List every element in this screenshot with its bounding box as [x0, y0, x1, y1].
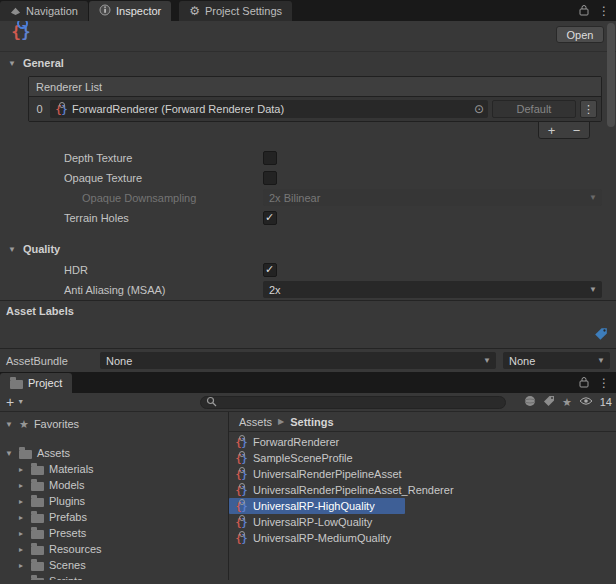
terrain-holes-row: Terrain Holes	[0, 208, 616, 228]
search-by-label-icon[interactable]	[543, 395, 555, 409]
asset-bundle-variant-dropdown[interactable]: None ▼	[503, 352, 610, 369]
tree-item-prefabs[interactable]: ▸ Prefabs	[0, 509, 228, 525]
opaque-downsampling-dropdown: 2x Bilinear ▼	[263, 189, 602, 206]
folder-icon	[31, 530, 44, 539]
gear-icon: ⚙	[189, 5, 200, 17]
terrain-holes-checkbox[interactable]	[263, 211, 277, 225]
save-search-star-icon[interactable]: ★	[562, 397, 572, 408]
tab-project[interactable]: Project	[0, 373, 72, 393]
breadcrumb-assets[interactable]: Assets	[239, 416, 272, 428]
foldout-arrow-icon: ▼	[4, 449, 14, 458]
chevron-down-icon: ▼	[17, 394, 24, 410]
search-by-type-icon[interactable]	[524, 395, 536, 409]
project-file-row[interactable]: {} UniversalRP-HighQuality	[229, 498, 405, 514]
project-file-row[interactable]: {} SampleSceneProfile	[229, 450, 383, 466]
file-label: UniversalRP-HighQuality	[253, 500, 375, 512]
renderer-list: Renderer List 0 {} ForwardRenderer (Forw…	[28, 76, 602, 122]
file-label: UniversalRP-LowQuality	[253, 516, 372, 528]
default-button[interactable]: Default	[492, 100, 576, 118]
folder-label: Plugins	[49, 495, 85, 507]
inspector-tab-bar: Navigation Inspector ⚙ Project Settings …	[0, 0, 616, 21]
project-file-row[interactable]: {} UniversalRP-LowQuality	[229, 514, 402, 530]
project-file-row[interactable]: {} ForwardRenderer	[229, 434, 369, 450]
asset-bundle-dropdown[interactable]: None ▼	[100, 352, 496, 369]
project-file-row[interactable]: {} UniversalRenderPipelineAsset	[229, 466, 432, 482]
tree-item-scenes[interactable]: ▸ Scenes	[0, 557, 228, 573]
tab-inspector[interactable]: Inspector	[89, 1, 171, 21]
asset-label-tag-icon[interactable]	[594, 327, 608, 341]
tree-item-materials[interactable]: ▸ Materials	[0, 461, 228, 477]
folder-icon	[31, 482, 44, 491]
lock-icon[interactable]	[579, 376, 589, 390]
add-renderer-button[interactable]: +	[539, 122, 564, 138]
dropdown-arrow-icon: ▼	[589, 193, 597, 202]
folder-label: Scripts	[49, 575, 83, 580]
remove-renderer-button[interactable]: −	[564, 122, 589, 138]
asset-labels-header: Asset Labels	[0, 301, 616, 321]
tree-item-resources[interactable]: ▸ Resources	[0, 541, 228, 557]
renderer-index: 0	[33, 103, 46, 115]
favorites-label: Favorites	[34, 418, 79, 430]
file-label: SampleSceneProfile	[253, 452, 353, 464]
tab-inspector-label: Inspector	[116, 5, 161, 17]
section-quality[interactable]: ▼ Quality	[0, 238, 616, 260]
tree-item-favorites[interactable]: ▼ ★ Favorites	[0, 416, 228, 432]
kebab-menu-icon[interactable]: ⋮	[598, 377, 610, 389]
foldout-arrow-icon: ▼	[8, 245, 16, 254]
project-file-list: {} ForwardRenderer {} SampleSceneProfile…	[229, 432, 616, 546]
folder-label: Materials	[49, 463, 94, 475]
tab-navigation[interactable]: Navigation	[0, 1, 88, 21]
folder-label: Prefabs	[49, 511, 87, 523]
tree-item-assets[interactable]: ▼ Assets	[0, 445, 228, 461]
renderer-asset-icon: {}	[54, 102, 69, 116]
folder-icon	[10, 380, 23, 389]
urp-asset-icon: {}	[234, 467, 249, 481]
project-file-row[interactable]: {} UniversalRenderPipelineAsset_Renderer	[229, 482, 484, 498]
section-general[interactable]: ▼ General	[0, 52, 616, 74]
open-button[interactable]: Open	[556, 26, 604, 43]
hidden-count-eye-icon[interactable]	[579, 396, 593, 408]
project-file-row[interactable]: {} UniversalRP-MediumQuality	[229, 530, 421, 546]
breadcrumb-settings[interactable]: Settings	[290, 416, 333, 428]
tab-navigation-label: Navigation	[26, 5, 78, 17]
section-general-label: General	[23, 57, 64, 69]
kebab-menu-icon[interactable]: ⋮	[598, 5, 610, 17]
section-quality-label: Quality	[23, 243, 60, 255]
lock-icon[interactable]	[579, 4, 589, 18]
renderer-object-value: ForwardRenderer (Forward Renderer Data)	[72, 103, 471, 115]
tab-project-settings[interactable]: ⚙ Project Settings	[179, 1, 292, 21]
renderer-list-footer: + −	[0, 122, 602, 142]
file-label: UniversalRenderPipelineAsset	[253, 468, 402, 480]
msaa-label: Anti Aliasing (MSAA)	[64, 284, 165, 296]
tab-project-settings-label: Project Settings	[205, 5, 282, 17]
tree-item-presets[interactable]: ▸ Presets	[0, 525, 228, 541]
file-label: ForwardRenderer	[253, 436, 339, 448]
asset-bundle-value: None	[106, 355, 132, 367]
file-label: UniversalRP-MediumQuality	[253, 532, 391, 544]
tree-item-scripts[interactable]: ▸ Scripts	[0, 573, 228, 580]
project-search-input[interactable]	[200, 396, 506, 409]
depth-texture-checkbox[interactable]	[263, 151, 277, 165]
tree-item-plugins[interactable]: ▸ Plugins	[0, 493, 228, 509]
folder-label: Scenes	[49, 559, 86, 571]
object-picker-icon[interactable]: ⊙	[474, 103, 484, 115]
inspector-scrollbar[interactable]	[607, 23, 615, 373]
info-icon	[99, 4, 111, 18]
opaque-downsampling-label: Opaque Downsampling	[82, 192, 196, 204]
hdr-checkbox[interactable]	[263, 263, 277, 277]
msaa-dropdown[interactable]: 2x ▼	[263, 281, 602, 298]
folder-icon	[31, 498, 44, 507]
scrollbar-thumb[interactable]	[607, 23, 615, 127]
file-label: UniversalRenderPipelineAsset_Renderer	[253, 484, 454, 496]
project-tree: ▼ ★ Favorites ▼ Assets ▸ Materials ▸ Mod…	[0, 412, 229, 580]
opaque-texture-checkbox[interactable]	[263, 171, 277, 185]
create-asset-button[interactable]: + ▼	[6, 394, 24, 410]
project-toolbar-icons: ★ 14	[524, 394, 612, 410]
folder-icon	[31, 546, 44, 555]
tree-item-models[interactable]: ▸ Models	[0, 477, 228, 493]
forward-renderer-object-field[interactable]: {} ForwardRenderer (Forward Renderer Dat…	[50, 100, 488, 118]
renderer-list-add-remove: + −	[538, 121, 590, 139]
renderer-list-item: 0 {} ForwardRenderer (Forward Renderer D…	[29, 97, 601, 121]
hdr-label: HDR	[64, 264, 88, 276]
renderer-options-icon[interactable]: ⋮	[580, 100, 597, 118]
